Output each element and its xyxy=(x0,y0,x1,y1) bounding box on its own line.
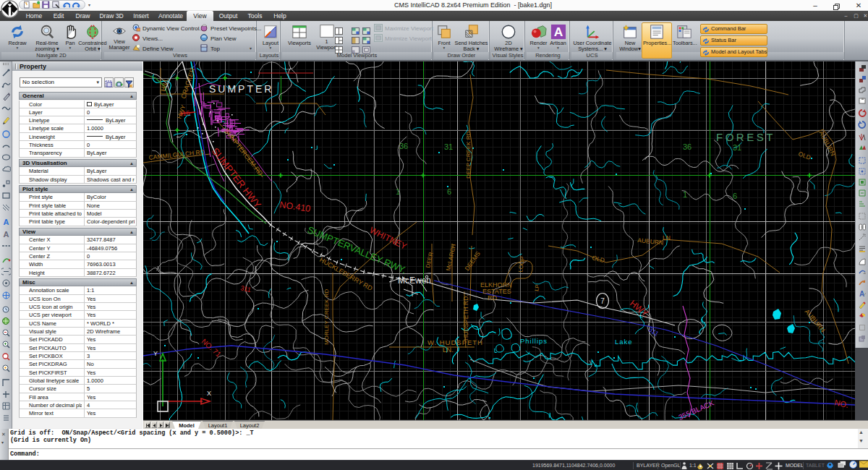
svg-text:FOREST: FOREST xyxy=(716,131,775,143)
svg-text:6: 6 xyxy=(447,187,451,196)
svg-text:A: A xyxy=(4,218,9,226)
svg-text:Y: Y xyxy=(153,350,158,357)
svg-text:7: 7 xyxy=(600,297,605,305)
svg-text:LN.: LN. xyxy=(443,346,454,354)
svg-text:W. HUDSPETH: W. HUDSPETH xyxy=(427,338,483,346)
svg-text:36: 36 xyxy=(683,142,692,151)
svg-text:Lake: Lake xyxy=(615,338,633,346)
svg-text:LP: LP xyxy=(533,284,540,292)
svg-text:31: 31 xyxy=(444,142,453,151)
svg-text:1: 1 xyxy=(396,187,400,196)
svg-text:MORLEY CREEK RD: MORLEY CREEK RD xyxy=(323,289,330,345)
svg-text:LN: LN xyxy=(663,234,671,242)
svg-text:X: X xyxy=(207,390,211,397)
svg-text:Phillips: Phillips xyxy=(520,337,548,345)
svg-text:McEwen: McEwen xyxy=(398,275,431,286)
svg-text:36: 36 xyxy=(399,142,408,150)
svg-text:A: A xyxy=(4,230,9,239)
svg-text:DEEP CREEK RD.: DEEP CREEK RD. xyxy=(465,130,472,179)
svg-text:A: A xyxy=(553,25,563,39)
svg-text:6: 6 xyxy=(733,192,737,200)
svg-text:HUDSPETH RD.: HUDSPETH RD. xyxy=(462,294,469,341)
svg-text:RD: RD xyxy=(488,294,497,302)
svg-text:1: 1 xyxy=(683,190,687,199)
svg-text:SUMPTER: SUMPTER xyxy=(209,83,273,95)
svg-text:A: A xyxy=(859,290,864,298)
svg-text:31: 31 xyxy=(733,143,741,152)
